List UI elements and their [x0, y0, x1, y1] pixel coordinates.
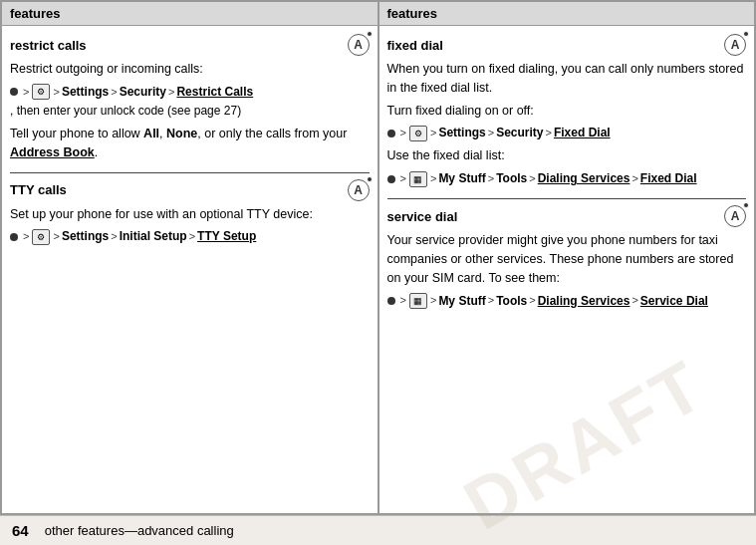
fixed-dial-body: When you turn on fixed dialing, you can … — [387, 60, 747, 188]
service-dial-label: service dial — [387, 209, 458, 224]
service-dial-title: service dial A — [387, 205, 747, 227]
fd-nav-arrow3: > — [488, 125, 494, 142]
fd-nav-dot-icon — [387, 130, 395, 137]
badge-dot-icon — [367, 31, 373, 37]
nav-arrow-icon4: > — [168, 84, 174, 102]
fixed-dial-section: fixed dial A When you turn on fixed dial… — [387, 34, 747, 188]
nav-arrow-icon3: > — [111, 84, 117, 102]
fixed-dial-nav1: > ⚙ > Settings > Security > Fixed Dial — [387, 124, 747, 142]
service-dial-para1: Your service provider might give you pho… — [387, 231, 747, 287]
tty-nav-arrow4: > — [189, 228, 195, 246]
letter-a-icon: A — [354, 38, 363, 52]
fd-nav-arrow1: > — [400, 125, 406, 142]
tty-nav-ttysetup: TTY Setup — [197, 227, 256, 246]
sd-nav-arrow5: > — [631, 292, 637, 310]
fd2-nav-dialingservices: Dialing Services — [538, 169, 630, 188]
left-panel-body: restrict calls A Restrict outgoing or in… — [2, 26, 378, 265]
right-panel: features fixed dial A When you turn on f… — [378, 1, 756, 514]
fd-nav-settings: Settings — [438, 124, 485, 142]
tty-nav-arrow2: > — [53, 228, 59, 246]
fd2-nav-tools: Tools — [496, 169, 527, 188]
nav-restrictcalls-label: Restrict Calls — [176, 83, 253, 102]
service-dial-section: service dial A Your service provider mig… — [387, 198, 747, 310]
fd-nav-arrow4: > — [546, 125, 552, 142]
fixed-dial-title: fixed dial A — [387, 34, 747, 56]
sd-nav-arrow2: > — [430, 292, 436, 310]
fixed-dial-para3: Use the fixed dial list: — [387, 146, 747, 165]
restrict-calls-para1: Restrict outgoing or incoming calls: — [10, 60, 370, 79]
nav-dot-icon — [10, 88, 18, 96]
fd2-nav-arrow1: > — [400, 170, 406, 188]
fd2-nav-fixeddial: Fixed Dial — [640, 169, 697, 188]
restrict-calls-nav1: > ⚙ > Settings > Security > Restrict Cal… — [10, 83, 370, 121]
service-dial-body: Your service provider might give you pho… — [387, 231, 747, 310]
footer-page-number: 64 — [12, 522, 29, 539]
service-dial-icon-badge: A — [724, 205, 746, 227]
nav-settings-label: Settings — [62, 83, 109, 102]
service-dial-nav1: > ▦ > My Stuff > Tools > Dialing Service… — [387, 292, 747, 311]
restrict-calls-para2: Tell your phone to allow All, None, or o… — [10, 125, 370, 162]
restrict-calls-label: restrict calls — [10, 38, 87, 53]
footer-bar: 64 other features—advanced calling — [0, 515, 756, 545]
fd-settings-icon: ⚙ — [409, 126, 427, 141]
tty-nav-arrow3: > — [111, 228, 117, 246]
fd2-nav-arrow3: > — [488, 170, 494, 188]
sd-nav-servicedial: Service Dial — [640, 292, 708, 311]
tty-calls-icon-badge: A — [348, 179, 370, 201]
fd2-nav-arrow5: > — [631, 170, 637, 188]
page-wrapper: features restrict calls A Restrict outgo… — [0, 0, 756, 545]
settings-icon: ⚙ — [32, 84, 50, 100]
sd-nav-mystuff: My Stuff — [438, 292, 485, 311]
right-panel-body: fixed dial A When you turn on fixed dial… — [379, 26, 755, 329]
fd-nav-fixeddial: Fixed Dial — [554, 124, 611, 142]
restrict-calls-title: restrict calls A — [10, 34, 370, 56]
fd-nav-arrow2: > — [430, 125, 436, 142]
sd-badge-dot-icon — [743, 202, 749, 208]
nav-security-label: Security — [120, 83, 166, 102]
tty-nav-settings: Settings — [62, 227, 109, 246]
fd-nav-security: Security — [496, 124, 543, 142]
sd-nav-dialingservices: Dialing Services — [538, 292, 630, 311]
fd-letter-a-icon: A — [731, 38, 740, 52]
tty-nav-initialsetup: Initial Setup — [120, 227, 187, 246]
sd-nav-tools: Tools — [496, 292, 527, 311]
tty-badge-dot-icon — [367, 176, 373, 182]
footer-description: other features—advanced calling — [45, 523, 234, 538]
sd-letter-a-icon: A — [731, 209, 740, 223]
tty-calls-body: Set up your phone for use with an option… — [10, 205, 370, 247]
tty-calls-label: TTY calls — [10, 182, 67, 197]
content-area: features restrict calls A Restrict outgo… — [0, 0, 756, 515]
fixed-dial-label: fixed dial — [387, 38, 443, 53]
tty-calls-nav1: > ⚙ > Settings > Initial Setup > TTY Set… — [10, 227, 370, 246]
fd2-nav-mystuff: My Stuff — [438, 169, 485, 188]
left-panel: features restrict calls A Restrict outgo… — [1, 1, 378, 514]
tty-calls-section: TTY calls A Set up your phone for use wi… — [10, 172, 370, 247]
left-panel-header: features — [2, 2, 378, 26]
tty-calls-title: TTY calls A — [10, 179, 370, 201]
right-panel-header: features — [379, 2, 755, 26]
tty-calls-para1: Set up your phone for use with an option… — [10, 205, 370, 224]
fd2-nav-arrow2: > — [430, 170, 436, 188]
fixed-dial-para2: Turn fixed dialing on or off: — [387, 102, 747, 121]
fd2-nav-arrow4: > — [529, 170, 535, 188]
tty-letter-a-icon: A — [354, 183, 363, 197]
restrict-calls-body: Restrict outgoing or incoming calls: > ⚙… — [10, 60, 370, 162]
nav-arrow-icon2: > — [53, 84, 59, 102]
fd2-mystuff-icon: ▦ — [409, 171, 427, 187]
tty-nav-dot-icon — [10, 233, 18, 241]
sd-mystuff-icon: ▦ — [409, 293, 427, 309]
sd-nav-arrow1: > — [400, 292, 406, 310]
tty-settings-icon: ⚙ — [32, 229, 50, 245]
fixed-dial-icon-badge: A — [724, 34, 746, 56]
restrict-calls-section: restrict calls A Restrict outgoing or in… — [10, 34, 370, 162]
fixed-dial-para1: When you turn on fixed dialing, you can … — [387, 60, 747, 98]
restrict-calls-icon-badge: A — [348, 34, 370, 56]
nav-then-text: , then enter your unlock code (see page … — [10, 102, 241, 121]
fixed-dial-nav2: > ▦ > My Stuff > Tools > Dialing Service… — [387, 169, 747, 188]
sd-nav-arrow3: > — [488, 292, 494, 310]
tty-nav-arrow1: > — [23, 228, 29, 246]
fd2-nav-dot-icon — [387, 175, 395, 183]
sd-nav-arrow4: > — [529, 292, 535, 310]
nav-arrow-icon: > — [23, 84, 29, 102]
sd-nav-dot-icon — [387, 297, 395, 305]
